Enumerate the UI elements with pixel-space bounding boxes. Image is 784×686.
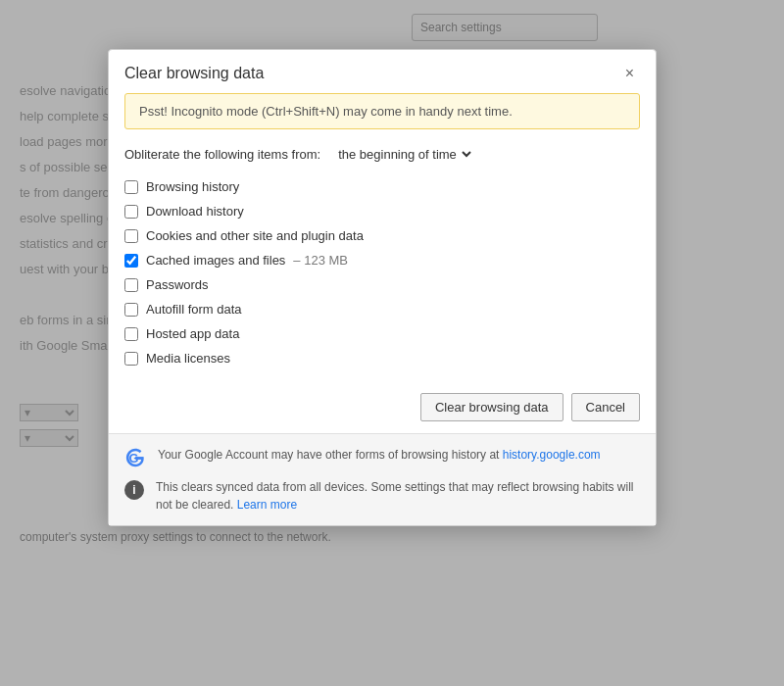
checkbox-list: Browsing history Download history Cookie… [124,179,640,366]
checkbox-hosted-label: Hosted app data [146,326,239,341]
checkbox-hosted-input[interactable] [124,327,138,341]
checkbox-hosted[interactable]: Hosted app data [124,326,640,341]
dialog-title: Clear browsing data [124,65,264,82]
checkbox-passwords[interactable]: Passwords [124,277,640,292]
incognito-message: Psst! Incognito mode (Ctrl+Shift+N) may … [139,104,513,119]
checkbox-download-history[interactable]: Download history [124,204,640,219]
checkbox-autofill-input[interactable] [124,303,138,317]
checkbox-cached[interactable]: Cached images and files – 123 MB [124,253,640,268]
checkbox-cached-label: Cached images and files [146,253,285,268]
checkbox-cookies-input[interactable] [124,229,138,243]
obliterate-row: Obliterate the following items from: the… [124,143,640,166]
footer-google-row: G Your Google Account may have other for… [124,446,640,468]
checkbox-autofill-label: Autofill form data [146,302,242,317]
checkbox-media-input[interactable] [124,352,138,366]
checkbox-autofill[interactable]: Autofill form data [124,302,640,317]
footer-info-description: This clears synced data from all devices… [156,480,634,512]
svg-text:G: G [129,451,139,466]
checkbox-browsing-history[interactable]: Browsing history [124,179,640,194]
dialog-header: Clear browsing data × [109,50,656,93]
footer-info-row: i This clears synced data from all devic… [124,478,640,514]
checkbox-passwords-input[interactable] [124,278,138,292]
checkbox-media[interactable]: Media licenses [124,351,640,366]
learn-more-link[interactable]: Learn more [237,498,297,512]
checkbox-cookies[interactable]: Cookies and other site and plugin data [124,228,640,243]
checkbox-cached-input[interactable] [124,254,138,268]
checkbox-browsing-history-input[interactable] [124,180,138,194]
footer-google-text: Your Google Account may have other forms… [158,446,601,464]
close-button[interactable]: × [619,64,640,83]
time-select[interactable]: the beginning of time the past hour the … [328,143,474,166]
clear-browsing-dialog: Clear browsing data × Psst! Incognito mo… [108,49,657,526]
checkbox-passwords-label: Passwords [146,277,209,292]
history-link[interactable]: history.google.com [503,448,601,462]
cancel-button[interactable]: Cancel [571,393,640,421]
checkbox-download-history-label: Download history [146,204,244,219]
incognito-banner: Psst! Incognito mode (Ctrl+Shift+N) may … [124,93,640,129]
info-icon: i [124,480,144,500]
obliterate-label: Obliterate the following items from: [124,147,320,162]
clear-browsing-data-button[interactable]: Clear browsing data [420,393,564,421]
dialog-actions: Clear browsing data Cancel [109,381,656,433]
checkbox-browsing-history-label: Browsing history [146,179,239,194]
dialog-footer: G Your Google Account may have other for… [109,433,656,525]
checkbox-media-label: Media licenses [146,351,230,366]
cached-size: – 123 MB [293,253,348,268]
footer-google-description: Your Google Account may have other forms… [158,448,503,462]
checkbox-cookies-label: Cookies and other site and plugin data [146,228,364,243]
footer-info-text: This clears synced data from all devices… [156,478,640,514]
dialog-body: Psst! Incognito mode (Ctrl+Shift+N) may … [109,93,656,366]
google-g-icon: G [124,447,146,468]
checkbox-download-history-input[interactable] [124,205,138,219]
